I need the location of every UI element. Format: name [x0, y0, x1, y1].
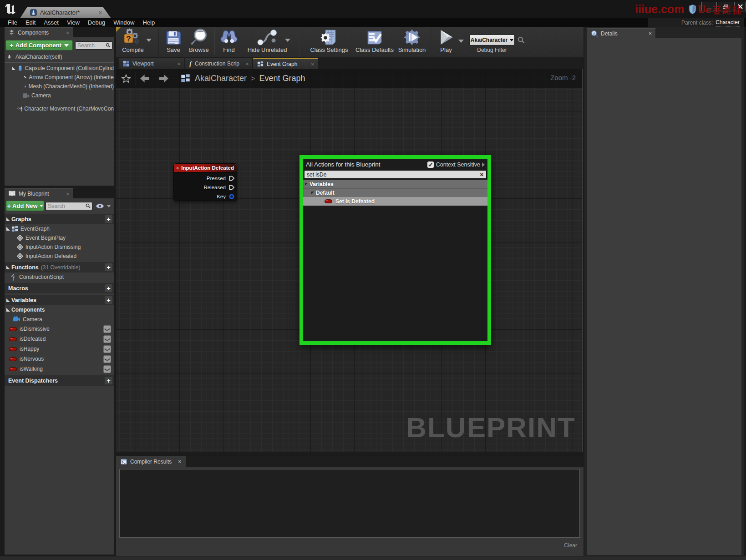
add-variable-button[interactable]: + [105, 296, 112, 304]
tab-close-icon[interactable]: × [305, 61, 314, 67]
expander-icon[interactable] [305, 183, 308, 186]
pin-released[interactable]: Released [203, 185, 234, 190]
class-defaults-button[interactable]: Class Defaults [352, 28, 397, 53]
asset-tab-akaicharacter[interactable]: AkaiCharacter* × [20, 7, 111, 18]
visibility-chevron-icon[interactable] [107, 205, 111, 207]
find-button[interactable]: Find [218, 28, 240, 53]
variable-visibility-toggle[interactable] [103, 345, 111, 353]
chevron-right-icon[interactable] [482, 162, 485, 167]
compiler-clear-button[interactable]: Clear [564, 542, 577, 549]
context-sensitive-toggle[interactable]: Context Sensitive [427, 161, 485, 168]
debug-object-dropdown[interactable]: AkaiCharacter [469, 35, 515, 45]
my-blueprint-close-icon[interactable]: × [66, 191, 69, 197]
variable-visibility-toggle[interactable] [103, 355, 111, 363]
menu-asset[interactable]: Asset [40, 19, 63, 26]
compile-button[interactable]: Compile [120, 28, 146, 53]
category-components[interactable]: Components [5, 305, 114, 314]
section-graphs[interactable]: Graphs + [5, 214, 114, 224]
tree-row-eventgraph[interactable]: EventGraph [5, 224, 114, 233]
var-row-isdefeated[interactable]: isDefeated [5, 334, 114, 344]
components-panel-close-icon[interactable]: × [66, 30, 69, 35]
checkbox-checked-icon[interactable] [427, 161, 434, 168]
tab-compiler-results[interactable]: Compiler Results × [116, 456, 186, 467]
compiler-output-area[interactable] [119, 469, 580, 538]
var-row-isdismissive[interactable]: isDismissive [5, 324, 114, 334]
save-button[interactable]: Save [162, 28, 184, 53]
exec-pin-icon[interactable] [229, 176, 234, 181]
tree-row-mesh[interactable]: Mesh (CharacterMesh0) (Inherited) [5, 82, 114, 91]
exec-pin-icon[interactable] [229, 185, 234, 190]
menu-window[interactable]: Window [109, 19, 138, 26]
clear-search-icon[interactable]: × [477, 171, 486, 178]
event-graph-canvas[interactable]: AkaiCharacter > Event Graph Zoom -2 BLUE… [116, 69, 583, 452]
tab-construction-script[interactable]: f Construction Scrip × [185, 58, 252, 69]
add-new-button[interactable]: + Add New [6, 201, 44, 211]
add-graph-button[interactable]: + [105, 215, 112, 223]
expander-icon[interactable] [6, 308, 10, 312]
menu-file[interactable]: File [4, 19, 21, 26]
var-row-isnervous[interactable]: isNervous [5, 354, 114, 364]
components-search[interactable] [75, 41, 112, 50]
add-dispatcher-button[interactable]: + [105, 377, 112, 384]
browse-button[interactable]: Browse [186, 28, 212, 53]
tab-close-icon[interactable]: × [171, 61, 180, 66]
my-blueprint-search[interactable] [46, 202, 92, 210]
visibility-eye-icon[interactable] [96, 203, 104, 209]
tab-close-icon[interactable]: × [649, 30, 652, 37]
class-settings-button[interactable]: Class Settings [306, 28, 352, 53]
var-row-iswalking[interactable]: isWalking [5, 364, 114, 374]
hide-unrelated-chevron-icon[interactable] [285, 39, 290, 42]
breadcrumb-root[interactable]: AkaiCharacter [195, 74, 247, 83]
tree-row-arrow[interactable]: Arrow Component (Arrow) (Inherite [5, 73, 114, 82]
section-macros[interactable]: Macros + [5, 283, 114, 293]
tree-row-constructionscript[interactable]: ConstructionScript [5, 272, 114, 282]
variable-visibility-toggle[interactable] [103, 365, 111, 373]
var-row-ishappy[interactable]: isHappy [5, 344, 114, 354]
pin-pressed[interactable]: Pressed [207, 176, 234, 181]
menu-debug[interactable]: Debug [84, 19, 109, 26]
popup-row-set-is-defeated[interactable]: Set Is Defeated [303, 197, 487, 206]
expander-icon[interactable] [311, 192, 314, 194]
add-macro-button[interactable]: + [105, 284, 112, 292]
menu-edit[interactable]: Edit [21, 19, 40, 26]
nav-forward-icon[interactable] [159, 74, 168, 83]
tree-row-defeated[interactable]: InputAction Defeated [5, 252, 114, 261]
my-blueprint-tab[interactable]: My Blueprint × [5, 188, 73, 198]
parent-class-link[interactable]: Character [716, 19, 740, 26]
expander-icon[interactable] [6, 266, 10, 269]
tab-details[interactable]: Details × [587, 28, 655, 38]
components-search-input[interactable] [76, 42, 106, 49]
node-header[interactable]: InputAction Defeated [174, 164, 237, 172]
my-blueprint-search-input[interactable] [46, 203, 86, 209]
tree-row-camera[interactable]: Camera [5, 91, 114, 100]
nav-back-icon[interactable] [140, 74, 150, 83]
tab-close-icon[interactable]: × [178, 459, 181, 465]
tree-row-capsule[interactable]: Capsule Component (CollisionCylind [5, 64, 114, 73]
popup-search[interactable]: × [304, 170, 487, 179]
tab-viewport[interactable]: Viewport × [119, 58, 184, 69]
asset-tab-close-icon[interactable]: × [99, 10, 102, 16]
play-button[interactable]: Play [435, 28, 457, 53]
play-options-chevron-icon[interactable] [458, 40, 464, 43]
expander-icon[interactable] [12, 66, 15, 70]
tab-event-graph[interactable]: Event Graph × [253, 58, 318, 69]
debug-search-icon[interactable] [518, 36, 525, 44]
tree-row-self[interactable]: AkaiCharacter(self) [5, 52, 114, 61]
menu-help[interactable]: Help [138, 19, 159, 26]
popup-row-default[interactable]: Default [303, 188, 487, 197]
hide-unrelated-button[interactable]: Hide Unrelated [243, 28, 292, 53]
tab-close-icon[interactable]: × [239, 61, 249, 66]
expander-icon[interactable] [6, 217, 10, 221]
var-row-camera[interactable]: Camera [5, 314, 114, 324]
tree-row-charmove[interactable]: Character Movement (CharMoveCon [5, 104, 114, 113]
popup-search-input[interactable] [304, 172, 477, 178]
favorite-star-icon[interactable] [121, 74, 131, 84]
section-variables[interactable]: Variables + [5, 295, 114, 305]
section-event-dispatchers[interactable]: Event Dispatchers + [5, 375, 114, 386]
variable-visibility-toggle[interactable] [103, 335, 111, 343]
components-panel-tab[interactable]: Components × [5, 27, 73, 37]
key-pin-icon[interactable] [229, 194, 234, 199]
menu-view[interactable]: View [63, 19, 84, 26]
tree-row-dismissing[interactable]: InputAction Dismissing [5, 242, 114, 252]
expander-icon[interactable] [6, 227, 10, 231]
